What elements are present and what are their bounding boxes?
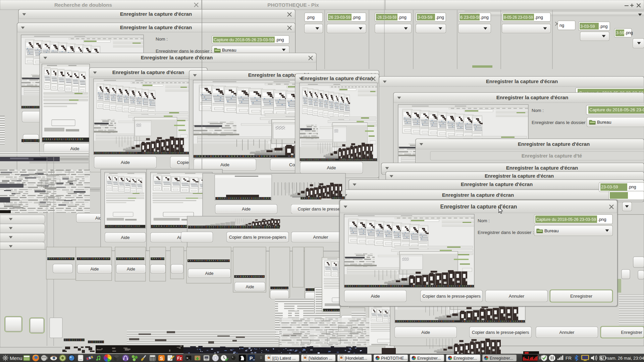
svg-text:.png: .png (625, 31, 633, 35)
svg-text:.png: .png (598, 217, 606, 222)
svg-text:Aide: Aide (70, 146, 79, 151)
svg-text:Aide: Aide (220, 162, 229, 167)
svg-text:Bureau: Bureau (597, 120, 611, 125)
svg-text:Menu: Menu (10, 355, 22, 361)
svg-text:Enregistrer la capture d'écran: Enregistrer la capture d'écran (120, 11, 192, 17)
svg-text:Annuler: Annuler (559, 330, 575, 335)
svg-text:Aide: Aide (121, 160, 130, 165)
svg-text:Enregistrer la capture d'écran: Enregistrer la capture d'écran (486, 78, 558, 84)
svg-text:Enregistrer la capture d'écran: Enregistrer la capture d'écran (112, 69, 184, 75)
svg-text:Aide: Aide (371, 294, 380, 299)
svg-text:>_: >_ (186, 356, 190, 360)
svg-text:Enregistrer la capture d'écran: Enregistrer la capture d'écran (120, 24, 192, 30)
svg-text:[Validation ...: [Validation ... (309, 356, 332, 361)
svg-text:Bureau: Bureau (222, 48, 236, 53)
svg-text:Enregistrer la capture d'écran: Enregistrer la capture d'écran (506, 165, 578, 171)
svg-text:.png: .png (398, 15, 407, 20)
svg-text:Enregistrer...: Enregistrer... (417, 356, 441, 361)
svg-text:23-03-59: 23-03-59 (601, 185, 618, 189)
svg-text:Enregistrer la capture d'écran: Enregistrer la capture d'écran (442, 192, 514, 198)
svg-text:Annuler: Annuler (313, 235, 328, 240)
svg-text:sam. 26 mai, 23:04: sam. 26 mai, 23:04 (607, 356, 644, 361)
svg-text:Aide: Aide (121, 235, 129, 240)
svg-text:ng: ng (559, 23, 564, 28)
svg-text:Aide: Aide (127, 267, 135, 272)
svg-text:Enregistrer...: Enregistrer... (490, 356, 513, 361)
svg-text:Enregistrer la capture d'écran: Enregistrer la capture d'écran (440, 203, 517, 209)
svg-text:Enregistrer la capture d'écran: Enregistrer la capture d'écran (518, 141, 590, 147)
svg-text:Enregistrer la capture d'écran: Enregistrer la capture d'écran (485, 173, 554, 179)
svg-text:Enregistrer la capture d'té: Enregistrer la capture d'té (522, 153, 582, 159)
svg-text:Enregistrer: Enregistrer (621, 330, 642, 335)
svg-text:Enregistrer la capture d'écran: Enregistrer la capture d'écran (301, 75, 373, 81)
svg-text:Capture du 2018-05-26 23-03-59: Capture du 2018-05-26 23-03-59 (536, 217, 596, 222)
svg-text:Fz: Fz (177, 356, 182, 361)
svg-text:S: S (160, 356, 163, 361)
svg-text:.png: .png (306, 15, 315, 20)
svg-text:FR: FR (566, 356, 572, 361)
svg-text:3-03-59: 3-03-59 (418, 15, 432, 20)
svg-text:26 23-03-59: 26 23-03-59 (329, 15, 351, 20)
svg-text:Copier dans le presse-papiers: Copier dans le presse-papiers (229, 235, 286, 240)
svg-text:Recherche de doublons: Recherche de doublons (54, 2, 112, 8)
svg-text:.png: .png (480, 15, 489, 20)
svg-text:Enregistrer dans le dossier :: Enregistrer dans le dossier : (532, 120, 588, 125)
svg-text:Enregistrer...: Enregistrer... (453, 356, 477, 361)
svg-text:.png: .png (275, 37, 284, 42)
svg-text:8-05-26 23-03-59: 8-05-26 23-03-59 (504, 15, 533, 20)
svg-text:.png: .png (535, 15, 543, 20)
svg-text:Aide: Aide (327, 165, 336, 170)
svg-text:Nom :: Nom : (532, 108, 544, 113)
svg-text:Enregistrer dans le dossier :: Enregistrer dans le dossier : (478, 230, 534, 235)
svg-text:Annuler: Annuler (509, 294, 525, 299)
svg-text:Aide: Aide (421, 330, 430, 335)
svg-text:Nom :: Nom : (156, 37, 168, 42)
svg-text:[(1) Latest ...: [(1) Latest ... (272, 356, 296, 361)
svg-text:Aide: Aide (205, 271, 213, 276)
svg-text:PHOTOTHE...: PHOTOTHE... (381, 356, 408, 361)
svg-text:Bureau: Bureau (544, 228, 559, 233)
svg-text:6 23-03-59: 6 23-03-59 (460, 15, 481, 20)
svg-text:Copier dans le presse-papiers: Copier dans le presse-papiers (472, 330, 529, 335)
svg-text:[Hondelatt...: [Hondelatt... (345, 356, 367, 361)
svg-text:-26 23-03-59: -26 23-03-59 (377, 15, 396, 20)
svg-text:.png: .png (599, 24, 608, 29)
svg-text:.png: .png (352, 15, 361, 20)
svg-text:Aide: Aide (90, 267, 99, 272)
svg-text:Enregistrer la capture d'écran: Enregistrer la capture d'écran (496, 95, 569, 100)
svg-text:Aide: Aide (246, 285, 254, 289)
svg-text:3-59: 3-59 (616, 31, 625, 35)
svg-text:P: P (250, 356, 253, 361)
svg-text:Copier dans le presse-papiers: Copier dans le presse-papiers (422, 294, 481, 299)
svg-text:.png: .png (628, 185, 636, 189)
svg-text:Capture du 2018-05-26 23-03-59: Capture du 2018-05-26 23-03-59 (214, 37, 274, 42)
svg-text:Nom :: Nom : (478, 218, 490, 223)
svg-text:3-03-59: 3-03-59 (580, 24, 595, 29)
svg-text:.png: .png (436, 15, 444, 20)
svg-text:Enregistrer la capture d'écran: Enregistrer la capture d'écran (461, 181, 533, 187)
svg-text:PHOTOTHEQUE - Pix: PHOTOTHEQUE - Pix (267, 2, 319, 8)
svg-text:Aide: Aide (242, 206, 251, 212)
svg-text:Enregistrer: Enregistrer (570, 294, 593, 299)
svg-text:Capture du 2018-05-26 23-03: Capture du 2018-05-26 23-03 (589, 107, 644, 112)
